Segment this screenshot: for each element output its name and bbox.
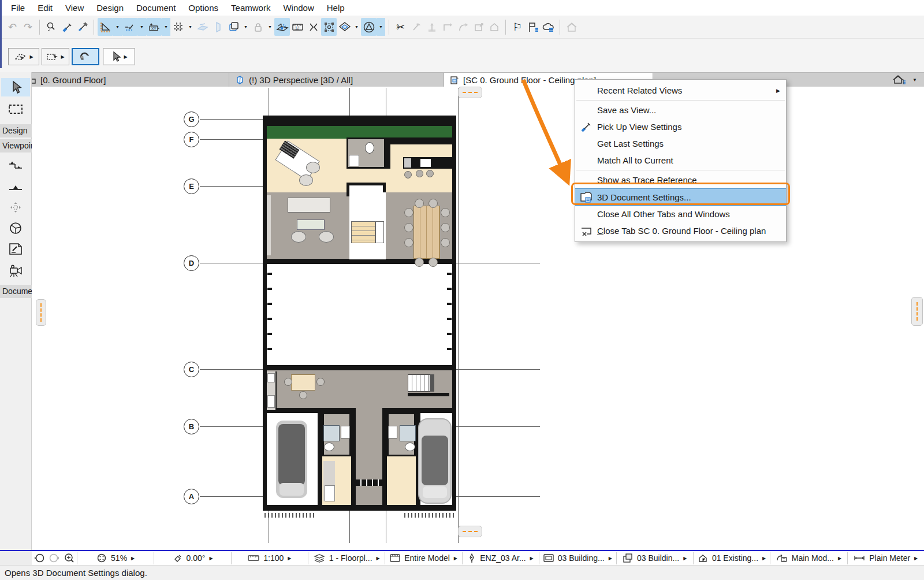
toolbox-interior-elevation-tool[interactable] [1,198,30,217]
redo-icon[interactable]: ↷ [20,18,36,36]
coordinates-dropdown[interactable]: ▼ [162,18,170,36]
split-icon[interactable]: ✂ [393,18,408,36]
menu-window[interactable]: Window [277,0,320,16]
rotated-plane-icon[interactable] [337,18,352,36]
layer-lock-dropdown[interactable]: ▼ [266,18,274,36]
tab-3d-perspective[interactable]: (!) 3D Perspective [3D / All] [229,73,444,87]
toolbox-camera-tool[interactable] [1,262,30,280]
renovation-status-segment[interactable]: Main Mod... ▶ [770,553,847,563]
fillet-icon[interactable] [455,18,471,36]
menu-item-get-last-settings[interactable]: Get Last Settings [575,135,786,152]
toolbox-section-document[interactable]: Document [0,285,32,298]
menu-item-match-all-to-current[interactable]: Match All to Current [575,152,786,169]
favorites-house-icon[interactable] [564,18,579,36]
corner-icon[interactable] [439,18,455,36]
undo-icon[interactable]: ↶ [5,18,20,36]
menu-teamwork[interactable]: Teamwork [225,0,277,16]
plan-wall [318,408,322,505]
toolbox-section-marker-tool[interactable] [1,177,30,196]
toolbox-worksheet-tool[interactable] [1,219,30,237]
flag-icon[interactable]: ⚐ [509,18,525,36]
gravity-magnet-button[interactable] [72,48,99,65]
stool [426,170,434,177]
tab-ground-floor[interactable]: [0. Ground Floor] [21,73,229,87]
menu-item-save-as-view[interactable]: Save as View... [575,102,786,118]
menu-document[interactable]: Document [130,0,182,16]
floor-plan-canvas[interactable]: G F E D C B A [32,87,924,550]
orientation-segment[interactable]: 0.00° ▶ [154,553,230,563]
zoom-forward-button[interactable] [47,551,62,565]
toolbox-section-design[interactable]: Design [0,124,32,137]
arrow-tool-button[interactable]: ▶ [103,48,135,65]
resize-icon[interactable] [471,18,486,36]
toolbox-arrow-tool[interactable] [1,78,30,96]
menu-item-show-as-trace-reference[interactable]: Show as Trace Reference [575,172,786,188]
pick-up-parameters-icon[interactable] [59,18,74,36]
menu-view[interactable]: View [59,0,90,16]
zoom-back-button[interactable] [32,551,47,565]
pen-set-segment[interactable]: ENZ_03 Ar... ▶ [463,553,539,563]
menu-item-3d-document-settings[interactable]: 3D Document Settings... [575,188,786,206]
menu-edit[interactable]: Edit [31,0,59,16]
stretch-icon[interactable] [305,18,321,36]
flag-list-icon[interactable] [525,18,541,36]
frames-dropdown[interactable]: ▼ [241,18,250,36]
snap-grid-dropdown[interactable]: ▼ [186,18,195,36]
trace-handle-top[interactable] [458,87,482,98]
editing-plane-icon[interactable] [274,18,290,36]
snap-grid-icon[interactable] [170,18,186,36]
dimension-style-segment[interactable]: Plain Meter ▶ [848,553,924,563]
guide-lines-dropdown[interactable]: ▼ [113,18,122,36]
layout-book-segment[interactable]: 03 Building... ▶ [539,553,616,563]
trace-handle-left[interactable] [36,299,46,326]
menu-design[interactable]: Design [90,0,130,16]
frames-icon[interactable] [226,18,241,36]
menu-separator [576,170,785,170]
toolbox-story-tool[interactable] [1,157,30,175]
menu-item-close-all-other-tabs[interactable]: Close All Other Tabs and Windows [575,206,786,222]
scale-segment[interactable]: 1:100 ▶ [232,553,308,563]
layer-lock-icon[interactable] [250,18,266,36]
renovation-filter-segment[interactable]: 01 Existing... ▶ [694,553,770,563]
utility-room-right [387,456,416,505]
trace-switch-icon[interactable] [210,18,226,36]
orientation-icon[interactable] [361,18,377,36]
marquee-poly-button[interactable]: ▶ [8,48,39,65]
3d-document-settings-icon [580,191,593,204]
menu-item-pick-up-view-settings[interactable]: Pick Up View Settings [575,118,786,135]
toolbox-section-viewpoint[interactable]: Viewpoint [0,139,32,153]
trace-reference-icon[interactable] [195,18,210,36]
model-filter-segment[interactable]: Entire Model ▶ [385,553,461,563]
tabbar-quick-views[interactable]: ▼ [893,73,917,87]
guide-lines-icon[interactable] [98,18,113,36]
adjust-icon[interactable] [408,18,424,36]
elevation-house-icon[interactable] [486,18,502,36]
snap-guides-icon[interactable] [122,18,137,36]
layout-icon [543,554,554,562]
trace-handle-bottom[interactable] [458,526,482,537]
zoom-level-segment[interactable]: 51% ▶ [77,553,154,563]
layer-segment[interactable]: 1 - Floorpl... ▶ [308,553,385,563]
menu-item-recent-related-views[interactable]: Recent Related Views ▶ [575,82,786,99]
menu-options[interactable]: Options [182,0,225,16]
toolbox-marquee-tool[interactable] [1,100,30,118]
coordinates-icon[interactable]: XY [146,18,162,36]
inject-parameters-icon[interactable] [74,18,90,36]
zoom-in-button[interactable] [62,551,77,565]
syringe-icon [580,121,593,133]
master-layout-segment[interactable]: 03 Buildin... ▶ [617,553,693,563]
extrude-icon[interactable] [424,18,439,36]
group-edit-icon[interactable] [321,18,337,36]
snap-guides-dropdown[interactable]: ▼ [137,18,146,36]
rotated-plane-dropdown[interactable]: ▼ [352,18,361,36]
toolbox-detail-tool[interactable] [1,240,30,258]
cloud-list-icon[interactable] [541,18,556,36]
menu-item-close-tab[interactable]: Close Tab SC 0. Ground Floor - Ceiling p… [575,222,786,239]
dimension-12-icon[interactable]: 12 [290,18,305,36]
marquee-rect-button[interactable]: ▶ [42,48,69,65]
find-select-icon[interactable] [43,18,59,36]
menu-help[interactable]: Help [321,0,351,16]
trace-handle-right[interactable] [911,297,923,326]
menu-file[interactable]: File [5,0,31,16]
orientation-dropdown[interactable]: ▼ [377,18,385,36]
